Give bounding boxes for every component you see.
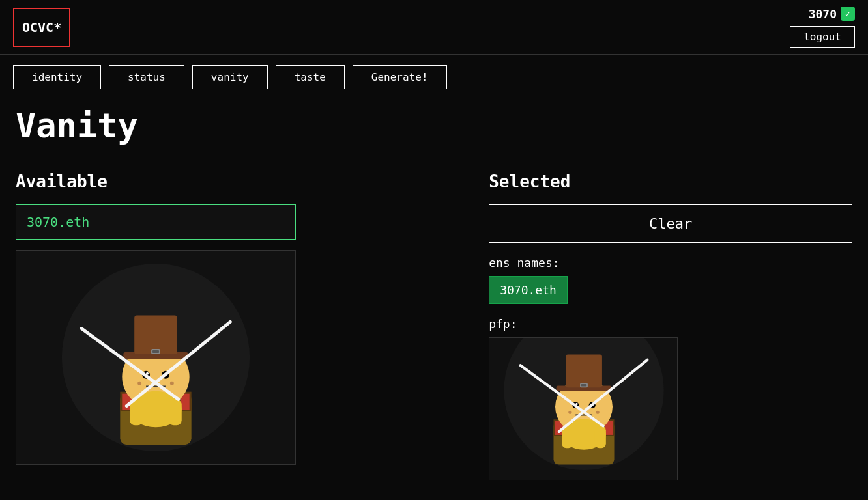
logout-button[interactable]: logout	[790, 26, 855, 48]
nav-status[interactable]: status	[109, 65, 184, 89]
logo-text: OCVC*	[22, 20, 61, 35]
main-content: Available	[0, 156, 868, 496]
selected-title: Selected	[489, 172, 852, 191]
nav-generate[interactable]: Generate!	[353, 65, 447, 89]
svg-rect-23	[169, 400, 182, 426]
available-title: Available	[16, 172, 476, 191]
ens-badge[interactable]: 3070.eth	[489, 276, 568, 304]
user-id-display: 3070 ✓	[809, 7, 855, 21]
available-panel: Available	[16, 172, 476, 480]
avatar-left	[16, 250, 296, 465]
nav-vanity[interactable]: vanity	[192, 65, 268, 89]
svg-rect-49	[595, 426, 606, 448]
svg-point-41	[568, 411, 571, 414]
svg-rect-46	[581, 384, 586, 386]
user-id-number: 3070	[809, 7, 837, 21]
svg-point-42	[596, 411, 600, 414]
nav-identity[interactable]: identity	[13, 65, 101, 89]
avatar-svg-left	[16, 251, 295, 464]
verified-icon: ✓	[841, 7, 855, 21]
header-right: 3070 ✓ logout	[790, 7, 855, 48]
logo-button[interactable]: OCVC*	[13, 8, 70, 47]
svg-rect-18	[134, 315, 177, 354]
svg-point-15	[137, 382, 141, 385]
pfp-label: pfp:	[489, 317, 852, 331]
svg-rect-44	[566, 354, 602, 387]
nav-taste[interactable]: taste	[276, 65, 345, 89]
clear-button[interactable]: Clear	[489, 204, 852, 243]
avatar-right	[489, 337, 678, 480]
header: OCVC* 3070 ✓ logout	[0, 0, 868, 55]
nav-bar: identity status vanity taste Generate!	[0, 55, 868, 100]
ens-names-label: ens names:	[489, 256, 852, 270]
ens-input[interactable]	[16, 204, 296, 240]
svg-point-16	[170, 382, 174, 385]
selected-panel: Selected Clear ens names: 3070.eth pfp:	[476, 172, 852, 480]
avatar-svg-right	[489, 338, 678, 480]
page-title: Vanity	[0, 100, 868, 156]
svg-rect-20	[152, 350, 159, 353]
